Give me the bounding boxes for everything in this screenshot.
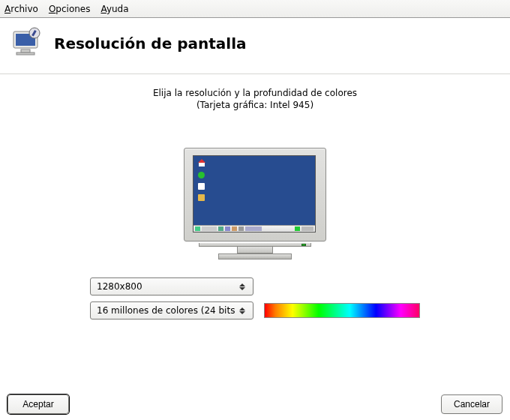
- menubar: Archivo Opciones Ayuda: [0, 0, 510, 18]
- menu-file[interactable]: Archivo: [4, 4, 38, 14]
- monitor-tool-icon: [10, 27, 44, 60]
- preview-icon: [198, 194, 205, 201]
- content-area: Elija la resolución y la profundidad de …: [0, 74, 510, 320]
- header: Resolución de pantalla: [0, 18, 510, 74]
- monitor-preview: [184, 148, 326, 260]
- preview-icon: [198, 172, 205, 178]
- resolution-combobox[interactable]: 1280x800: [90, 278, 254, 296]
- ok-button[interactable]: Aceptar: [8, 394, 69, 414]
- instruction-text: Elija la resolución y la profundidad de …: [12, 88, 498, 98]
- page-title: Resolución de pantalla: [54, 34, 247, 52]
- chevron-updown-icon: [236, 308, 248, 314]
- menu-options[interactable]: Opciones: [49, 4, 91, 14]
- color-spectrum-preview: [264, 303, 420, 318]
- preview-screen: [193, 155, 316, 232]
- color-depth-value: 16 millones de colores (24 bits: [97, 305, 235, 316]
- chevron-updown-icon: [236, 284, 248, 290]
- color-depth-combobox[interactable]: 16 millones de colores (24 bits: [90, 302, 254, 320]
- footer: Aceptar Cancelar: [0, 388, 510, 420]
- preview-taskbar: [194, 225, 315, 232]
- cancel-button[interactable]: Cancelar: [441, 394, 502, 414]
- svg-rect-3: [16, 52, 34, 55]
- resolution-value: 1280x800: [97, 281, 142, 292]
- preview-icon: [198, 183, 205, 190]
- menu-help[interactable]: Ayuda: [100, 4, 128, 14]
- graphics-card-info: (Tarjeta gráfica: Intel 945): [12, 100, 498, 110]
- svg-rect-2: [21, 50, 30, 52]
